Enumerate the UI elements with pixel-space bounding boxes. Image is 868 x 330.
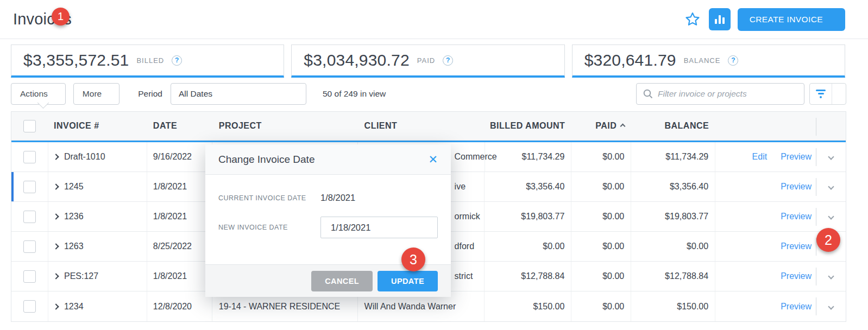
paid-amount: $0.00 — [571, 232, 631, 261]
select-all-cell — [11, 112, 48, 140]
close-icon[interactable]: ✕ — [428, 154, 438, 165]
invoice-date: 9/16/2022 — [147, 142, 212, 172]
preview-link[interactable]: Preview — [781, 302, 812, 312]
balance-label: BALANCE — [684, 56, 721, 65]
expand-row-icon[interactable] — [53, 243, 59, 249]
paid-summary-card: $3,034,930.72 PAID ? — [291, 45, 564, 78]
invoice-number[interactable]: 1236 — [64, 212, 84, 221]
invoice-date: 1/8/2021 — [147, 172, 212, 201]
balance-amount: $12,788.84 — [631, 262, 715, 291]
paid-amount: $0.00 — [571, 142, 631, 172]
rows-in-view-count: 50 of 249 in view — [323, 89, 386, 99]
column-header-client[interactable]: CLIENT — [358, 112, 485, 140]
row-menu-cell — [816, 262, 846, 291]
filter-split-button — [809, 83, 846, 105]
column-header-project[interactable]: PROJECT — [212, 112, 358, 140]
select-all-checkbox[interactable] — [23, 120, 36, 132]
column-header-paid[interactable]: PAID — [571, 112, 631, 140]
row-checkbox[interactable] — [23, 240, 36, 253]
row-checkbox[interactable] — [23, 270, 36, 283]
bar-chart-icon[interactable] — [709, 8, 731, 30]
invoice-number[interactable]: PES:127 — [64, 271, 98, 281]
column-header-invoice[interactable]: INVOICE # — [48, 112, 147, 140]
current-invoice-date-label: CURRENT INVOICE DATE — [218, 194, 320, 202]
paid-amount: $0.00 — [571, 262, 631, 291]
row-actions: Preview — [715, 202, 816, 231]
invoices-page: Invoices CREATE INVOICE $3,355,572.51 BI… — [0, 0, 868, 330]
billed-amount: $150.00 — [485, 291, 571, 321]
column-header-menu — [816, 112, 846, 140]
column-header-actions — [715, 112, 816, 140]
expand-row-icon[interactable] — [53, 303, 59, 309]
update-button[interactable]: UPDATE — [378, 271, 438, 291]
expand-row-icon[interactable] — [53, 273, 59, 279]
create-invoice-button[interactable]: CREATE INVOICE — [738, 8, 845, 31]
column-header-balance[interactable]: BALANCE — [631, 112, 715, 140]
row-menu-chevron-icon[interactable] — [828, 213, 834, 219]
paid-amount: $0.00 — [571, 202, 631, 231]
preview-link[interactable]: Preview — [781, 182, 812, 192]
row-menu-chevron-icon[interactable] — [828, 273, 834, 279]
row-menu-chevron-icon[interactable] — [828, 183, 834, 189]
table-header-row: INVOICE # DATE PROJECT CLIENT BILLED AMO… — [11, 111, 846, 141]
column-header-date[interactable]: DATE — [147, 112, 212, 140]
invoice-cell: PES:127 — [48, 262, 147, 291]
invoice-number[interactable]: 1263 — [64, 242, 84, 251]
summary-cards: $3,355,572.51 BILLED ? $3,034,930.72 PAI… — [11, 45, 845, 78]
balance-amount: $11,734.29 — [631, 142, 715, 172]
billed-amount: $0.00 — [485, 232, 571, 261]
balance-amount: $19,803.77 — [631, 202, 715, 231]
paid-amount: $0.00 — [571, 291, 631, 321]
row-checkbox-cell — [11, 142, 48, 172]
row-actions: Preview — [715, 262, 816, 291]
edit-link[interactable]: Edit — [752, 152, 768, 162]
period-select[interactable]: All Dates — [171, 83, 306, 105]
invoice-cell: 1234 — [48, 291, 147, 321]
row-checkbox[interactable] — [23, 300, 36, 313]
invoice-number[interactable]: Draft-1010 — [64, 152, 105, 162]
preview-link[interactable]: Preview — [781, 242, 812, 251]
annotation-badge-2: 2 — [816, 228, 840, 252]
row-menu-chevron-icon[interactable] — [828, 303, 834, 309]
billed-label: BILLED — [136, 56, 164, 65]
invoice-number[interactable]: 1234 — [64, 302, 84, 312]
expand-row-icon[interactable] — [53, 154, 59, 160]
row-actions: Preview — [715, 232, 816, 261]
row-actions: EditPreview — [715, 142, 816, 172]
billed-amount: $19,803.77 — [485, 202, 571, 231]
row-checkbox[interactable] — [23, 211, 36, 223]
modal-header: Change Invoice Date ✕ — [205, 144, 451, 175]
preview-link[interactable]: Preview — [781, 271, 812, 281]
top-bar: Invoices CREATE INVOICE — [0, 0, 868, 39]
expand-row-icon[interactable] — [53, 183, 59, 189]
row-checkbox[interactable] — [23, 181, 36, 193]
help-icon[interactable]: ? — [172, 55, 182, 66]
row-menu-chevron-icon[interactable] — [828, 154, 834, 160]
expand-row-icon[interactable] — [53, 213, 59, 219]
favorite-star-icon[interactable] — [683, 10, 702, 29]
cancel-button[interactable]: CANCEL — [311, 271, 373, 291]
new-invoice-date-label: NEW INVOICE DATE — [218, 224, 320, 231]
help-icon[interactable]: ? — [443, 55, 453, 66]
preview-link[interactable]: Preview — [781, 212, 812, 221]
invoice-number[interactable]: 1245 — [64, 182, 84, 192]
filter-icon[interactable] — [810, 84, 832, 104]
filter-input[interactable] — [658, 89, 797, 99]
filter-options-chevron[interactable] — [832, 84, 846, 104]
row-menu-cell — [816, 291, 846, 321]
balance-amount: $0.00 — [631, 232, 715, 261]
help-icon[interactable]: ? — [728, 55, 738, 66]
balance-amount: $150.00 — [631, 291, 715, 321]
invoice-date: 1/8/2021 — [147, 202, 212, 231]
balance-summary-card: $320,641.79 BALANCE ? — [572, 45, 845, 78]
row-checkbox[interactable] — [23, 151, 36, 163]
new-invoice-date-input[interactable] — [320, 217, 438, 238]
preview-link[interactable]: Preview — [781, 152, 812, 162]
annotation-badge-1: 1 — [52, 8, 70, 26]
invoice-cell: 1245 — [48, 172, 147, 201]
paid-label: PAID — [417, 56, 435, 65]
row-checkbox-cell — [11, 291, 48, 321]
column-header-billed-amount[interactable]: BILLED AMOUNT — [485, 112, 571, 140]
more-dropdown-button[interactable]: More — [73, 83, 119, 105]
current-invoice-date-row: CURRENT INVOICE DATE 1/8/2021 — [218, 193, 438, 203]
